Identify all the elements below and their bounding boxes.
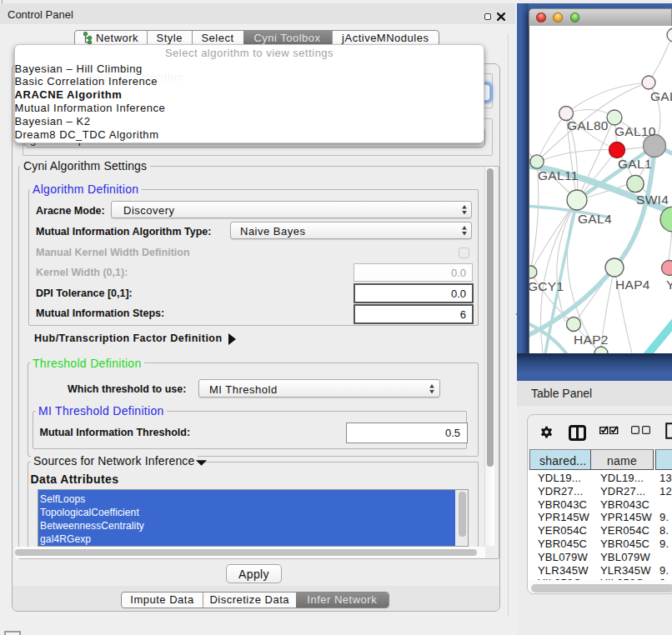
svg-text:GAL11: GAL11 xyxy=(538,168,579,182)
svg-text:GAL80: GAL80 xyxy=(567,118,609,132)
svg-text:GCY1: GCY1 xyxy=(529,279,564,293)
svg-text:GAL: GAL xyxy=(650,89,672,103)
svg-text:SWI4: SWI4 xyxy=(636,192,669,207)
svg-text:Y: Y xyxy=(666,278,672,292)
svg-text:HAP2: HAP2 xyxy=(574,332,609,347)
svg-text:GAL4: GAL4 xyxy=(578,212,612,226)
svg-text:HAP4: HAP4 xyxy=(615,278,650,292)
svg-text:GAL10: GAL10 xyxy=(614,124,656,138)
svg-text:GAL1: GAL1 xyxy=(618,157,652,171)
